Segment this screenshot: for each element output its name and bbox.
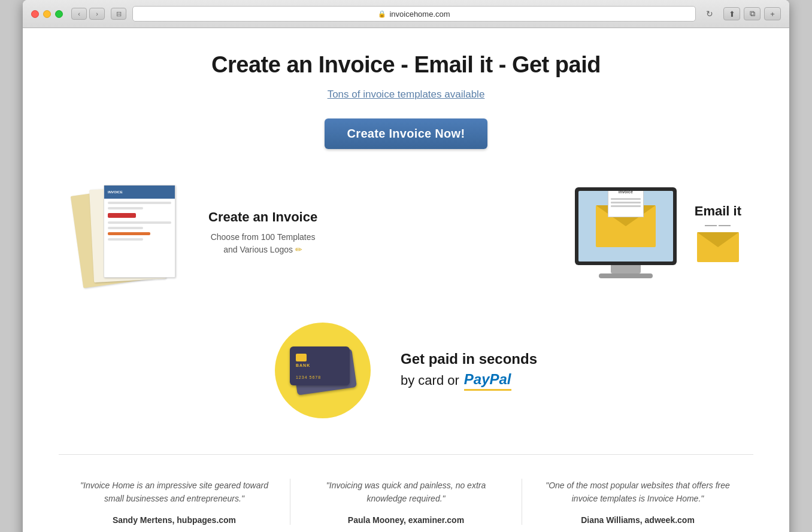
monitor-base <box>599 273 653 278</box>
features-row: INVOICE Create an Invoice Choose f <box>59 179 753 287</box>
email-title: Email it <box>695 203 741 219</box>
testimonial-2-quote: "Invoicing was quick and painless, no ex… <box>308 479 504 506</box>
feature-create: INVOICE Create an Invoice Choose f <box>71 179 406 287</box>
page-content: Create an Invoice - Email it - Get paid … <box>23 28 789 532</box>
forward-button[interactable]: › <box>89 8 105 20</box>
card-number: 1234 5678 <box>296 375 321 379</box>
inv-line-1 <box>611 198 641 200</box>
envelope-monitor: Invoice <box>596 205 656 247</box>
paper-header: INVOICE <box>104 186 175 199</box>
minimize-button[interactable] <box>43 10 51 18</box>
testimonial-2-author: Paula Mooney, examiner.com <box>308 515 504 525</box>
browser-window: ‹ › ⊟ 🔒 invoicehome.com ↻ ⬆ ⧉ + Create a… <box>23 0 789 532</box>
dot-line-2 <box>719 225 731 226</box>
maximize-button[interactable] <box>55 10 63 18</box>
card-stack: BANK 1234 5678 <box>290 346 356 394</box>
invoices-illustration: INVOICE <box>71 179 190 287</box>
new-tab-button[interactable]: + <box>764 7 781 20</box>
card-chip <box>296 354 307 361</box>
testimonial-1-author: Sandy Mertens, hubpages.com <box>77 515 272 525</box>
testimonial-3: "One of the most popular websites that o… <box>522 479 753 525</box>
card-bank-text: BANK <box>296 363 310 367</box>
payment-subtitle: by card or <box>401 373 459 388</box>
card-front: BANK 1234 5678 <box>290 346 350 385</box>
inv-line-2 <box>611 202 641 203</box>
env-icon-flap <box>697 232 739 247</box>
invoice-paper-small: Invoice <box>608 191 644 217</box>
payment-section: BANK 1234 5678 Get paid in seconds by ca… <box>59 323 753 418</box>
nav-buttons: ‹ › <box>71 8 105 20</box>
testimonial-3-author: Diana Williams, adweek.com <box>540 515 735 525</box>
refresh-button[interactable]: ↻ <box>702 8 717 20</box>
subtitle-link-wrapper: Tons of invoice templates available <box>59 89 753 101</box>
payment-text: Get paid in seconds by card or PayPal <box>401 351 537 391</box>
paypal-text: PayPal <box>464 371 511 387</box>
lock-icon: 🔒 <box>378 10 386 18</box>
feature-email: Invoice <box>406 187 741 278</box>
browser-chrome: ‹ › ⊟ 🔒 invoicehome.com ↻ ⬆ ⧉ + <box>23 0 789 28</box>
paper-invoice-label: INVOICE <box>108 190 123 194</box>
cta-button-wrapper: Create Invoice Now! <box>59 118 753 149</box>
feature-create-text: Create an Invoice Choose from 100 Templa… <box>208 209 317 256</box>
dots-connector <box>705 225 731 226</box>
monitor-screen: Invoice <box>578 191 673 262</box>
testimonial-1: "Invoice Home is an impressive site gear… <box>59 479 290 525</box>
traffic-lights <box>31 10 63 18</box>
email-icon-section: Email it <box>695 203 741 262</box>
paper-line-2 <box>108 207 143 209</box>
paypal-brand: PayPal <box>464 371 511 391</box>
inv-line-3 <box>611 205 641 207</box>
paper-line-red <box>108 213 136 218</box>
tabs-button[interactable]: ⧉ <box>744 7 761 20</box>
envelope-icon <box>697 232 739 262</box>
pencil-icon: ✏ <box>295 245 302 254</box>
create-invoice-button[interactable]: Create Invoice Now! <box>325 118 488 149</box>
reader-button[interactable]: ⊟ <box>111 8 126 20</box>
toolbar-right: ⬆ ⧉ + <box>723 7 781 20</box>
testimonial-3-quote: "One of the most popular websites that o… <box>540 479 735 506</box>
monitor: Invoice <box>575 187 677 265</box>
address-bar[interactable]: 🔒 invoicehome.com <box>132 6 696 22</box>
paper-line-5 <box>108 238 143 241</box>
inv-paper-lines <box>608 194 643 211</box>
feature-desc-line1: Choose from 100 Templates <box>211 232 316 242</box>
main-title: Create an Invoice - Email it - Get paid <box>59 52 753 78</box>
dot-line-1 <box>705 225 717 226</box>
paper-line-orange <box>108 232 150 235</box>
feature-desc-line2: and Various Logos <box>223 245 293 254</box>
monitor-stand <box>611 265 641 273</box>
feature-create-desc: Choose from 100 Templates and Various Lo… <box>208 231 317 256</box>
paper-line-3 <box>108 221 171 224</box>
share-button[interactable]: ⬆ <box>723 7 740 20</box>
templates-link[interactable]: Tons of invoice templates available <box>328 89 485 100</box>
testimonial-1-quote: "Invoice Home is an impressive site gear… <box>77 479 272 506</box>
paper-line-1 <box>108 202 171 204</box>
paper-line-4 <box>108 227 143 229</box>
back-button[interactable]: ‹ <box>71 8 87 20</box>
paypal-underline <box>464 389 511 391</box>
payment-circle: BANK 1234 5678 <box>275 323 371 418</box>
env-icon-body <box>697 232 739 262</box>
testimonial-2: "Invoicing was quick and painless, no ex… <box>290 479 522 525</box>
payment-title: Get paid in seconds <box>401 351 537 367</box>
feature-create-title: Create an Invoice <box>208 209 317 225</box>
paper-front: INVOICE <box>104 185 175 278</box>
monitor-wrap: Invoice <box>575 187 677 278</box>
close-button[interactable] <box>31 10 39 18</box>
url-text: invoicehome.com <box>389 10 450 19</box>
testimonials: "Invoice Home is an impressive site gear… <box>59 454 753 525</box>
